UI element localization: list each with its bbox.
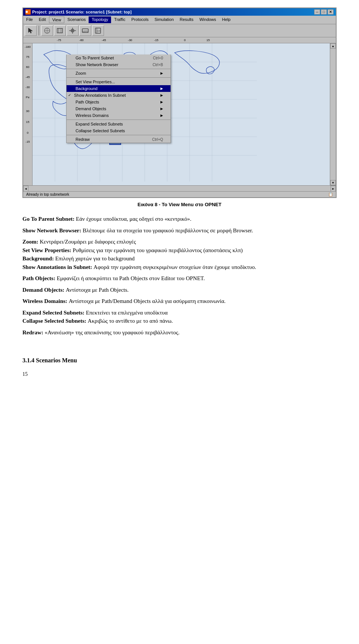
right-scrollbar[interactable]: ▲ ▼ [330,43,336,185]
paragraph-6: Wireless Domains: Αντίστοιχα με Path/Dem… [22,297,337,306]
close-button[interactable]: ✕ [328,9,334,15]
menu-bar[interactable]: File Edit View Scenarios Topology Traffi… [23,16,336,24]
svg-point-7 [71,29,74,32]
scroll-right[interactable]: ► [331,186,336,192]
paragraph-7: Expand Selected Subnets: Επεκτείνει τα ε… [22,309,337,325]
menu-show-annotations[interactable]: ✓ Show Annotations In Subnet [67,92,171,99]
section-number: 3.1.4 [22,357,34,363]
toolbar-btn-2[interactable] [41,25,53,36]
canvas-content: Atlantic Ocean node_1 Go To Parent Subne… [33,43,330,185]
figure-caption: Εικόνα 8 - Το View Menu στο OPNET [22,202,337,207]
status-icon: 📋 [328,192,333,196]
menu-help[interactable]: Help [219,16,234,23]
status-bar: Already in top subnetwork 📋 [23,191,336,197]
toolbar-btn-6[interactable]: ION [92,25,104,36]
menu-goto-parent[interactable]: Go To Parent Subnet Ctrl+0 [67,55,171,61]
toolbar-btn-4[interactable] [67,25,79,36]
page-container: ■ Project: project1 Scenario: scenario1 … [0,0,359,392]
menu-collapse-subnets[interactable]: Collapse Selected Subnets [67,127,171,134]
menu-topology[interactable]: Topology [89,16,111,23]
paragraph-1: Go To Parent Subnet: Εάν έχουμε υποδίκτυ… [22,215,337,223]
scroll-up[interactable]: ▲ [330,43,336,49]
dropdown-sep-4 [67,135,171,135]
menu-scenarios[interactable]: Scenarios [64,16,89,23]
menu-expand-subnets[interactable]: Expand Selected Subnets [67,121,171,127]
svg-marker-0 [28,28,33,33]
menu-wireless-domains[interactable]: Wireless Domains [67,112,171,119]
scroll-track [330,49,336,180]
menu-protocols[interactable]: Protocols [128,16,151,23]
menu-windows[interactable]: Windows [196,16,219,23]
toolbar-btn-1[interactable] [25,25,37,36]
menu-edit[interactable]: Edit [36,16,49,23]
paragraph-2: Show Network Browser: Βλέπουμε όλα τα στ… [22,226,337,235]
menu-path-objects[interactable]: Path Objects [67,99,171,105]
page-number: 15 [22,371,337,377]
window-title: Project: project1 Scenario: scenario1 [S… [32,10,132,14]
bottom-scrollbar[interactable]: ◄ ► [23,185,336,191]
top-ruler: -75 -60 -45 -30 -15 0 15 [23,37,336,43]
screenshot-window: ■ Project: project1 Scenario: scenario1 … [22,7,337,198]
menu-redraw[interactable]: Redraw Ctrl+Q [67,136,171,143]
paragraph-3: Zoom: Κεντράρει/Ζουμάρει με διάφορες επι… [22,238,337,271]
menu-results[interactable]: Results [177,16,197,23]
menu-show-network-browser[interactable]: Show Network Browser Ctrl+B [67,61,171,68]
svg-text:APPL: APPL [82,30,88,33]
paragraph-4: Path Objects: Εμφανίζει ή αποκρύπτει τα … [22,274,337,283]
menu-background[interactable]: Background [67,85,171,92]
svg-rect-4 [57,28,62,33]
status-text: Already in top subnetwork [26,192,69,196]
minimize-button[interactable]: ─ [314,9,320,15]
maximize-button[interactable]: □ [321,9,327,15]
toolbar-btn-5[interactable]: APPL [79,25,91,36]
view-dropdown-menu[interactable]: Go To Parent Subnet Ctrl+0 Show Network … [66,55,171,143]
menu-simulation[interactable]: Simulation [151,16,177,23]
section-heading: 3.1.4 Scenarios Menu [22,357,337,364]
section-title: Scenarios Menu [36,357,77,363]
menu-view[interactable]: View [49,16,65,23]
dropdown-sep-3 [67,120,171,120]
menu-set-view-props[interactable]: Set View Properties... [67,78,171,85]
menu-zoom[interactable]: Zoom [67,70,171,77]
scroll-htrack [28,186,331,191]
paragraph-5: Demand Objects: Αντίστοιχα με Path Objec… [22,286,337,294]
menu-traffic[interactable]: Traffic [111,16,128,23]
scroll-left[interactable]: ◄ [23,186,28,192]
canvas-area: -180 75 60 -45 -30 Pe 30 15 0 -15 [23,43,336,185]
menu-demand-objects[interactable]: Demand Objects [67,105,171,112]
toolbar-separator-1 [39,26,39,35]
main-area: -75 -60 -45 -30 -15 0 15 -180 75 60 -45 … [23,37,336,191]
toolbar-btn-3[interactable] [54,25,66,36]
svg-text:ION: ION [97,30,101,32]
window-icon: ■ [25,9,31,15]
title-bar-left: ■ Project: project1 Scenario: scenario1 … [25,9,132,15]
title-bar-buttons[interactable]: ─ □ ✕ [314,9,334,15]
dropdown-sep-2 [67,77,171,78]
menu-file[interactable]: File [23,16,36,23]
left-ruler: -180 75 60 -45 -30 Pe 30 15 0 -15 [23,43,33,185]
dropdown-sep-1 [67,69,171,69]
paragraph-8: Redraw: «Ανανέωση» της απεικόνισης του γ… [22,328,337,337]
toolbar: APPL ION [23,24,336,37]
scroll-down[interactable]: ▼ [330,180,336,185]
title-bar: ■ Project: project1 Scenario: scenario1 … [23,8,336,16]
